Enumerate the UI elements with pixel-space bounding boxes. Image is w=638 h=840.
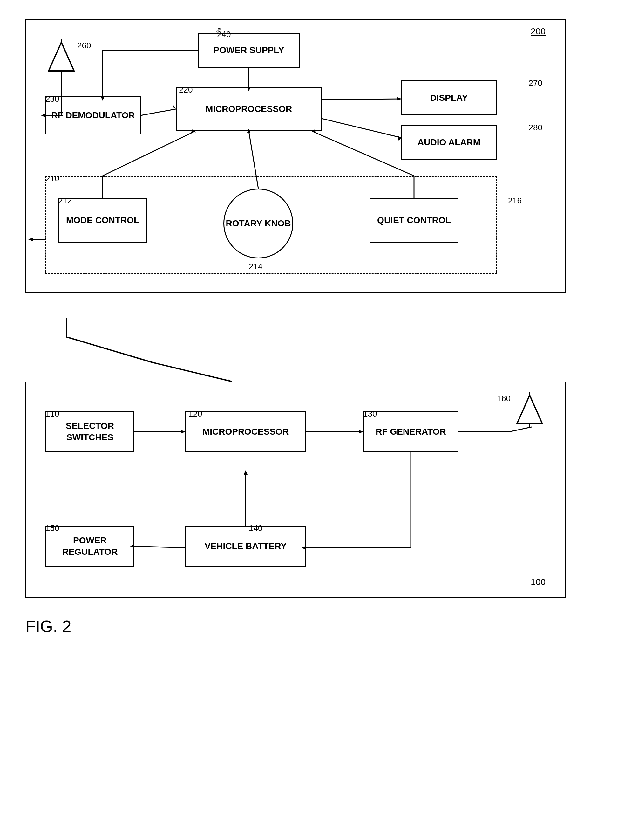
ref-212: 212 — [58, 196, 72, 206]
svg-line-19 — [312, 131, 414, 176]
ref-130: 130 — [363, 409, 377, 419]
ref-220: 220 — [179, 85, 193, 95]
microprocessor-top-block: MICROPROCESSOR — [176, 87, 322, 131]
ref-150: 150 — [46, 523, 59, 533]
vehicle-battery-block: VEHICLE BATTERY — [185, 525, 306, 567]
quiet-control-block: QUIET CONTROL — [370, 198, 458, 243]
zigzag-svg — [25, 318, 565, 381]
diagram-100: 100 160 SELECTOR SWITCHES 110 MICROPROCE… — [25, 381, 565, 598]
antenna-260 — [46, 39, 77, 75]
svg-marker-0 — [49, 42, 74, 71]
ref-110: 110 — [46, 409, 59, 419]
ref-100: 100 — [531, 577, 546, 587]
microprocessor-bottom-block: MICROPROCESSOR — [185, 411, 306, 452]
ref-120: 120 — [188, 409, 202, 419]
svg-marker-12 — [397, 97, 401, 101]
ref-270: 270 — [529, 78, 542, 88]
svg-line-13 — [322, 119, 401, 138]
diagram-200: 200 POWER SUPPLY 240 ↗ 260 RF DEMODULATO… — [25, 19, 565, 293]
svg-marker-35 — [359, 430, 363, 433]
svg-marker-14 — [398, 136, 401, 141]
antenna-160 — [514, 392, 546, 428]
svg-marker-6 — [41, 114, 46, 117]
svg-marker-44 — [244, 470, 248, 475]
svg-marker-24 — [28, 237, 33, 241]
zigzag-arrow — [25, 318, 565, 381]
rf-demodulator-block: RF DEMODULATOR — [46, 96, 141, 134]
page-container: 200 POWER SUPPLY 240 ↗ 260 RF DEMODULATO… — [25, 19, 613, 636]
figure-label: FIG. 2 — [25, 617, 71, 636]
svg-marker-29 — [517, 395, 542, 424]
ref-230: 230 — [46, 94, 59, 104]
svg-marker-33 — [181, 430, 185, 433]
audio-alarm-block: AUDIO ALARM — [401, 125, 497, 160]
ref-200: 200 — [531, 26, 546, 36]
ref-210: 210 — [46, 174, 59, 184]
svg-line-9 — [141, 109, 176, 115]
ref-214: 214 — [249, 262, 262, 272]
power-supply-block: POWER SUPPLY — [198, 33, 300, 68]
display-block: DISPLAY — [401, 81, 497, 115]
ref-280: 280 — [529, 123, 542, 133]
svg-line-41 — [134, 546, 185, 548]
ref-216: 216 — [508, 196, 522, 206]
ref-160: 160 — [497, 394, 511, 403]
rotary-knob-block: ROTARY KNOB — [223, 188, 293, 258]
ref-260: 260 — [77, 41, 91, 51]
svg-line-11 — [322, 99, 401, 100]
ref-140: 140 — [249, 523, 262, 533]
svg-line-16 — [103, 131, 195, 176]
rf-generator-block: RF GENERATOR — [363, 411, 458, 452]
